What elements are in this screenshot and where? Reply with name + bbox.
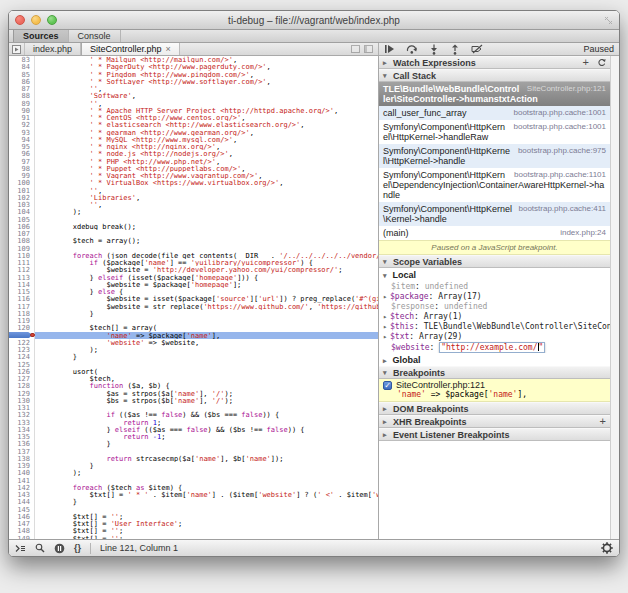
close-tab-icon[interactable]: × (166, 44, 171, 54)
navigator-toggle-button[interactable] (9, 43, 25, 55)
chevron-right-icon[interactable]: ▸ (383, 293, 390, 301)
code-line[interactable]: 89 '', (9, 100, 378, 107)
line-number[interactable]: 92 (9, 121, 35, 128)
pane-toggle-icon[interactable] (364, 45, 373, 53)
code-line[interactable]: 91 ' * CentOS <http://www.centos.org/>', (9, 114, 378, 121)
code-line[interactable]: 120 $tech[] = array( (9, 324, 378, 331)
line-number[interactable]: 125 (9, 361, 35, 368)
search-icon[interactable] (35, 543, 45, 553)
gear-icon[interactable] (601, 542, 613, 554)
code-line[interactable]: 146 $txt[] = ''; (9, 513, 378, 520)
line-number[interactable]: 90 (9, 107, 35, 114)
line-number[interactable]: 138 (9, 455, 35, 462)
line-number[interactable]: 85 (9, 71, 35, 78)
code-line[interactable]: 124 } (9, 353, 378, 360)
add-xhr-breakpoint-icon[interactable]: + (600, 417, 606, 426)
code-line[interactable]: 137 (9, 448, 378, 455)
code-line[interactable]: 149 $txt[] = ''; (9, 535, 378, 540)
code-line[interactable]: 107 (9, 230, 378, 237)
line-number[interactable]: 135 (9, 433, 35, 440)
code-editor[interactable]: 83 ' * Mailgun <http://mailgun.com/>',84… (9, 56, 379, 539)
breakpoint-entry[interactable]: ✓SiteController.php:121'name' => $packag… (379, 379, 610, 402)
code-line[interactable]: 123 ); (9, 346, 378, 353)
call-stack-frame[interactable]: bootstrap.php.cache:975Symfony\Component… (379, 144, 610, 168)
line-number[interactable]: 87 (9, 85, 35, 92)
code-line[interactable]: 87 '', (9, 85, 378, 92)
line-number[interactable]: 124 (9, 353, 35, 360)
step-out-button[interactable] (450, 44, 460, 55)
line-number[interactable]: 110 (9, 252, 35, 259)
code-line[interactable]: 143 $txt[] = ' * ' . $item['name'] . ($i… (9, 491, 378, 498)
line-number[interactable]: 111 (9, 259, 35, 266)
breakpoint-checkbox[interactable]: ✓ (383, 381, 392, 390)
line-number[interactable]: 97 (9, 158, 35, 165)
code-line[interactable]: 130 $bs = strpos($b['name'], '/'); (9, 397, 378, 404)
code-line[interactable]: 136 } (9, 440, 378, 447)
code-line[interactable]: 93 ' * gearman <http://www.gearman.org/>… (9, 129, 378, 136)
line-number[interactable]: 120 (9, 324, 35, 331)
code-line[interactable]: 113 } elseif (isset($package['homepage']… (9, 274, 378, 281)
refresh-icon[interactable] (597, 58, 606, 67)
line-number[interactable]: 91 (9, 114, 35, 121)
code-line[interactable]: 125 (9, 361, 378, 368)
line-number[interactable]: 143 (9, 491, 35, 498)
line-number[interactable]: 145 (9, 506, 35, 513)
event-listener-breakpoints-header[interactable]: ▸ Event Listener Breakpoints (379, 428, 610, 441)
scope-variable-row[interactable]: $response: undefined (379, 301, 610, 311)
code-line[interactable]: 100 ' * VirtualBox <https://www.virtualb… (9, 179, 378, 186)
line-number[interactable]: 118 (9, 310, 35, 317)
code-line[interactable]: 135 return -1; (9, 433, 378, 440)
line-number[interactable]: 142 (9, 484, 35, 491)
scope-variable-row[interactable]: ▸$tech: Array(1) (379, 311, 610, 321)
code-line[interactable]: 144 } (9, 498, 378, 505)
line-number[interactable]: 141 (9, 477, 35, 484)
code-line[interactable]: 139 } (9, 462, 378, 469)
call-stack-frame[interactable]: index.php:24(main) (379, 226, 610, 240)
line-number[interactable]: 123 (9, 346, 35, 353)
watch-expressions-header[interactable]: ▸ Watch Expressions + (379, 56, 610, 69)
code-line[interactable]: 119 (9, 317, 378, 324)
line-number[interactable]: 129 (9, 390, 35, 397)
sidebar-scrollbar[interactable] (610, 56, 619, 539)
add-watch-icon[interactable]: + (583, 58, 589, 67)
dom-breakpoints-header[interactable]: ▸ DOM Breakpoints (379, 402, 610, 415)
code-line[interactable]: 131 (9, 404, 378, 411)
code-line[interactable]: 99 ' * Vagrant <http://www.vagrantup.com… (9, 172, 378, 179)
tab-console[interactable]: Console (69, 30, 121, 42)
line-number[interactable]: 93 (9, 129, 35, 136)
code-line[interactable]: 145 (9, 506, 378, 513)
code-line[interactable]: 121 'name' => $package['name'], (9, 332, 378, 339)
code-line[interactable]: 98 ' * Puppet <http://puppetlabs.com/>', (9, 165, 378, 172)
code-line[interactable]: 132 if (($as !== false) && ($bs === fals… (9, 411, 378, 418)
call-stack-frame[interactable]: bootstrap.php.cache:1101Symfony\Componen… (379, 168, 610, 202)
code-line[interactable]: 122 'website' => $website, (9, 339, 378, 346)
line-number[interactable]: 108 (9, 237, 35, 244)
line-number[interactable]: 115 (9, 288, 35, 295)
code-line[interactable]: 138 return strcasecmp($a['name'], $b['na… (9, 455, 378, 462)
line-number[interactable]: 83 (9, 56, 35, 63)
scope-global-group[interactable]: ▸ Global (379, 353, 610, 366)
code-line[interactable]: 114 $website = $package['homepage']; (9, 281, 378, 288)
line-number[interactable]: 128 (9, 382, 35, 389)
call-stack-frame[interactable]: SiteController.php:121TLE\Bundle\WebBund… (379, 82, 610, 106)
code-line[interactable]: 148 $txt[] = ''; (9, 527, 378, 534)
line-number[interactable]: 113 (9, 274, 35, 281)
scope-variable-row[interactable]: ▸$this: TLE\Bundle\WebBundle\Controller\… (379, 321, 610, 331)
line-number[interactable]: 114 (9, 281, 35, 288)
scope-variables-header[interactable]: ▾ Scope Variables (379, 255, 610, 268)
line-number[interactable]: 146 (9, 513, 35, 520)
line-number[interactable]: 136 (9, 440, 35, 447)
code-line[interactable]: 134 } elseif (($as === false) && ($bs !=… (9, 426, 378, 433)
code-line[interactable]: 106 xdebug_break(); (9, 223, 378, 230)
code-line[interactable]: 111 if ($package['name'] == 'yuilibrary/… (9, 259, 378, 266)
breakpoint-dot-icon[interactable] (30, 333, 35, 338)
line-number[interactable]: 95 (9, 143, 35, 150)
line-number[interactable]: 130 (9, 397, 35, 404)
line-number[interactable]: 148 (9, 527, 35, 534)
file-tab-sitecontroller-php[interactable]: SiteController.php × (81, 43, 180, 55)
code-line[interactable]: 147 $txt[] = 'User Interface'; (9, 520, 378, 527)
toggle-console-drawer-button[interactable] (15, 544, 26, 553)
xhr-breakpoints-header[interactable]: ▸ XHR Breakpoints + (379, 415, 610, 428)
code-line[interactable]: 94 ' * MySQL <http://www.mysql.com/>', (9, 136, 378, 143)
code-line[interactable]: 83 ' * Mailgun <http://mailgun.com/>', (9, 56, 378, 63)
